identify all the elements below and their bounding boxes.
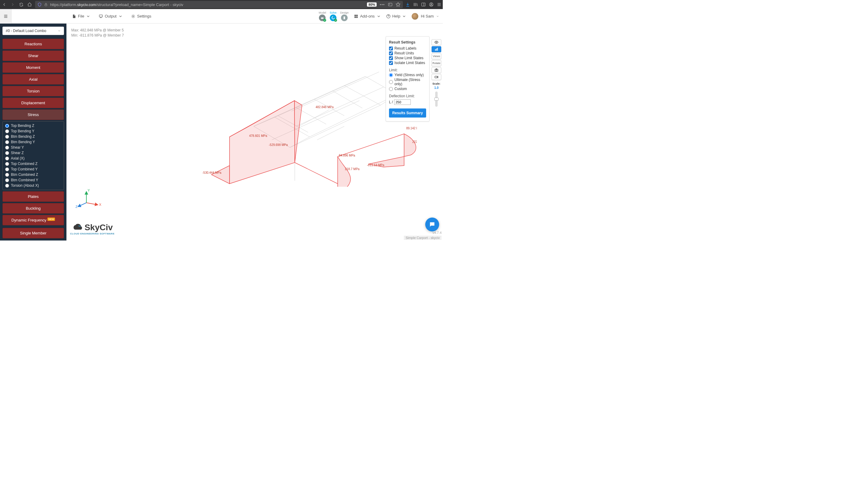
view-toolbar: Views Rotate Scale: 1.0 xyxy=(431,39,442,107)
account-icon[interactable] xyxy=(429,2,434,7)
stress-label: 482.848 MPa xyxy=(316,106,334,109)
svg-rect-1 xyxy=(389,3,392,6)
svg-rect-8 xyxy=(354,14,356,16)
home-icon[interactable] xyxy=(27,1,33,7)
scale-label: Scale: xyxy=(433,82,441,85)
deflection-input[interactable] xyxy=(394,99,411,105)
bookmark-star-icon[interactable] xyxy=(396,2,401,7)
stress-opt-axial-x[interactable]: Axial (X) xyxy=(5,156,61,161)
app-toolbar: File Output Settings Model Solve Design xyxy=(0,9,443,24)
stress-opt-top-bending-y[interactable]: Top Bending Y xyxy=(5,129,61,133)
dynamic-frequency-button[interactable]: Dynamic FrequencyNEW xyxy=(2,215,64,226)
stress-opt-btm-combined-y[interactable]: Btm Combined Y xyxy=(5,178,61,182)
load-combo-select[interactable]: #0 - Default Load Combo xyxy=(2,27,64,35)
reactions-button[interactable]: Reactions xyxy=(2,39,64,49)
svg-point-24 xyxy=(436,69,437,71)
svg-point-4 xyxy=(431,4,432,5)
record-tool[interactable] xyxy=(432,74,441,80)
sidebar-toggle-button[interactable] xyxy=(0,9,11,24)
library-icon[interactable] xyxy=(413,2,418,7)
video-icon xyxy=(434,75,438,79)
displacement-button[interactable]: Displacement xyxy=(2,98,64,108)
forward-icon[interactable] xyxy=(10,1,16,7)
chat-icon xyxy=(429,221,435,228)
stress-opt-torsion-x[interactable]: Torsion (About X) xyxy=(5,183,61,188)
reload-icon[interactable] xyxy=(18,1,24,7)
stress-opt-shear-y[interactable]: Shear Y xyxy=(5,145,61,150)
url-text: https://platform.skyciv.com/structural?p… xyxy=(50,2,183,7)
limit-label: Limit: xyxy=(389,68,426,72)
solve-status[interactable]: Solve xyxy=(330,11,337,21)
addons-menu[interactable]: Add-ons xyxy=(354,14,380,19)
stress-opt-top-combined-y[interactable]: Top Combined Y xyxy=(5,167,61,172)
sidebar-toggle-icon[interactable] xyxy=(421,2,426,7)
ellipsis-icon[interactable]: ••• xyxy=(380,2,385,7)
model-status[interactable]: Model xyxy=(319,11,326,21)
shear-button[interactable]: Shear xyxy=(2,51,64,61)
stress-button[interactable]: Stress xyxy=(2,109,64,120)
limit-custom-radio[interactable]: Custom xyxy=(389,87,426,91)
tracking-shield-icon[interactable] xyxy=(37,2,42,7)
svg-rect-2 xyxy=(422,3,425,6)
chat-button[interactable] xyxy=(425,217,439,232)
svg-rect-9 xyxy=(356,14,358,16)
stress-opt-top-bending-z[interactable]: Top Bending Z xyxy=(5,123,61,128)
single-member-button[interactable]: Single Member xyxy=(2,228,64,238)
axial-button[interactable]: Axial xyxy=(2,74,64,85)
results-summary-button[interactable]: Results Summary xyxy=(389,109,426,118)
svg-rect-5 xyxy=(99,15,103,17)
isolate-limit-states-check[interactable]: Isolate Limit States xyxy=(389,61,426,65)
output-menu[interactable]: Output xyxy=(99,14,123,19)
torsion-button[interactable]: Torsion xyxy=(2,86,64,96)
structure-svg: 482.848 MPa 478.601 MPa -529.698 MPa 89.… xyxy=(127,36,417,187)
scale-slider[interactable] xyxy=(435,92,438,107)
show-limit-states-check[interactable]: Show Limit States xyxy=(389,56,426,60)
cloud-icon xyxy=(72,223,84,232)
svg-text:X: X xyxy=(99,203,101,206)
help-menu[interactable]: Help xyxy=(386,14,406,19)
limit-yield-radio[interactable]: Yield (Stress only) xyxy=(389,73,426,77)
design-status[interactable]: Design xyxy=(340,11,348,21)
svg-rect-11 xyxy=(356,16,358,18)
svg-text:Z: Z xyxy=(75,205,78,208)
zoom-indicator[interactable]: 80% xyxy=(367,2,377,7)
chevron-down-icon xyxy=(436,15,439,18)
chevron-down-icon xyxy=(118,14,123,19)
svg-rect-21 xyxy=(436,49,437,51)
grid-icon xyxy=(354,14,358,19)
moment-button[interactable]: Moment xyxy=(2,62,64,73)
back-icon[interactable] xyxy=(1,1,7,7)
stress-opt-btm-bending-z[interactable]: Btm Bending Z xyxy=(5,134,61,139)
address-bar[interactable]: https://platform.skyciv.com/structural?p… xyxy=(35,1,403,8)
hamburger-menu-icon[interactable] xyxy=(437,2,441,7)
views-tool[interactable]: Views xyxy=(432,53,441,59)
stress-opt-top-combined-z[interactable]: Top Combined Z xyxy=(5,161,61,166)
chevron-down-icon xyxy=(377,14,381,19)
result-labels-check[interactable]: Result Labels xyxy=(389,46,426,51)
camera-tool[interactable] xyxy=(432,67,441,73)
stress-opt-btm-combined-z[interactable]: Btm Combined Z xyxy=(5,172,61,177)
visibility-tool[interactable] xyxy=(432,39,441,45)
reader-icon[interactable] xyxy=(388,2,393,7)
svg-rect-10 xyxy=(354,16,356,18)
settings-menu[interactable]: Settings xyxy=(131,14,151,19)
canvas-viewport[interactable]: Max: 482.848 MPa @ Member 5 Min: -811.87… xyxy=(66,24,443,241)
svg-rect-7 xyxy=(321,18,323,19)
rotate-tool[interactable]: Rotate xyxy=(432,60,441,66)
deflection-label: Deflection Limit: xyxy=(389,94,426,98)
user-menu[interactable]: Hi Sam xyxy=(412,13,439,20)
scale-value: 1.0 xyxy=(434,86,438,89)
stress-opt-btm-bending-y[interactable]: Btm Bending Y xyxy=(5,140,61,144)
results-sidebar: #0 - Default Load Combo Reactions Shear … xyxy=(0,24,66,241)
svg-line-15 xyxy=(78,203,86,207)
graph-tool[interactable] xyxy=(432,46,441,52)
result-units-check[interactable]: Result Units xyxy=(389,51,426,55)
plates-button[interactable]: Plates xyxy=(2,191,64,202)
limit-ultimate-radio[interactable]: Ultimate (Stress only) xyxy=(389,78,426,86)
stress-label: 84.896 MPa xyxy=(339,154,355,157)
panel-title: Result Settings xyxy=(389,40,426,44)
file-menu[interactable]: File xyxy=(72,14,90,19)
stress-opt-shear-z[interactable]: Shear Z xyxy=(5,150,61,155)
download-icon[interactable] xyxy=(405,2,410,7)
buckling-button[interactable]: Buckling xyxy=(2,203,64,214)
